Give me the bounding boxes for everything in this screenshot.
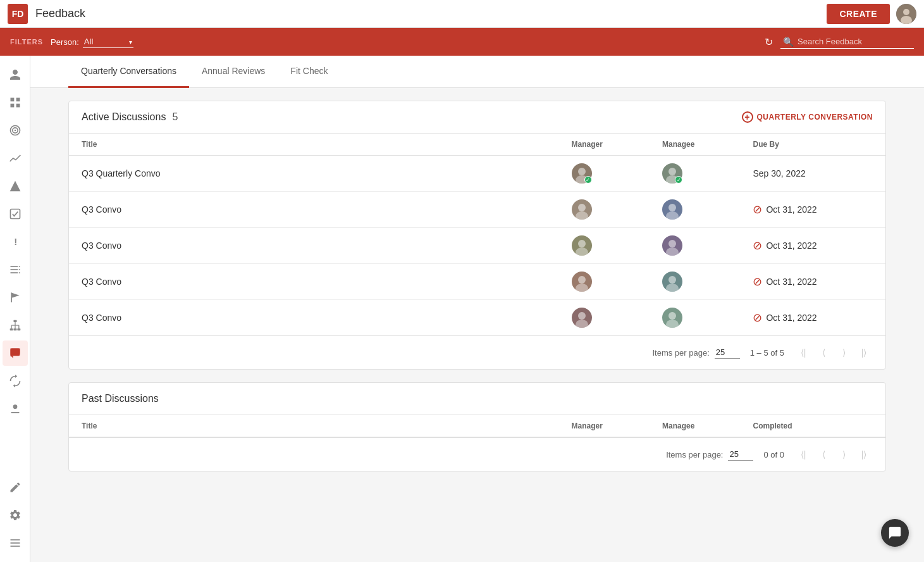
svg-text:!: ! — [14, 236, 17, 247]
svg-point-50 — [668, 312, 676, 320]
table-row[interactable]: Q3 Convo ⊘Oct 31, 2022 — [69, 300, 885, 336]
sidebar-item-cycle[interactable] — [3, 368, 28, 394]
svg-point-1 — [903, 9, 909, 15]
row-due-date: ⊘Oct 31, 2022 — [740, 192, 885, 228]
svg-rect-17 — [9, 328, 13, 330]
svg-point-41 — [576, 247, 588, 256]
avatar — [572, 199, 592, 220]
first-page-button[interactable]: ⟨| — [794, 344, 812, 361]
row-managee — [650, 228, 740, 264]
avatar: ✓ — [572, 163, 592, 184]
past-page-nav: ⟨| ⟨ ⟩ |⟩ — [794, 446, 873, 463]
svg-point-32 — [578, 168, 586, 175]
last-page-button[interactable]: |⟩ — [855, 344, 873, 361]
past-items-per-page-label: Items per page: — [666, 450, 723, 459]
chat-button[interactable] — [881, 519, 909, 547]
row-manager — [559, 228, 650, 264]
row-managee: ✓ — [650, 156, 740, 192]
past-col-header-managee: Managee — [650, 415, 740, 437]
past-first-page-button[interactable]: ⟨| — [794, 446, 812, 463]
svg-rect-9 — [10, 266, 18, 267]
person-label: Person: — [51, 37, 79, 47]
past-col-header-title: Title — [69, 415, 559, 437]
items-per-page-group: Items per page: 25 50 100 — [652, 346, 739, 359]
row-due-date: ⊘Oct 31, 2022 — [740, 264, 885, 300]
sidebar-item-flag[interactable] — [3, 285, 28, 310]
person-select-wrapper: All ▾ — [83, 35, 133, 48]
sidebar-item-settings[interactable] — [3, 503, 28, 528]
create-button[interactable]: CREATE — [827, 4, 890, 24]
table-row[interactable]: Q3 Convo ⊘Oct 31, 2022 — [69, 228, 885, 264]
sidebar-item-edit[interactable] — [3, 475, 28, 500]
svg-rect-12 — [18, 266, 20, 267]
person-select[interactable]: All — [83, 35, 133, 48]
col-header-managee: Managee — [650, 134, 740, 156]
sidebar-item-feedback[interactable] — [3, 340, 28, 366]
filters-label: FILTERS — [10, 38, 43, 46]
next-page-button[interactable]: ⟩ — [835, 344, 853, 361]
svg-rect-10 — [10, 269, 18, 270]
overdue-icon: ⊘ — [753, 239, 762, 253]
sidebar: ! — [0, 56, 30, 562]
svg-point-39 — [666, 211, 679, 220]
past-per-page-select[interactable]: 25 50 100 — [728, 448, 753, 461]
row-title: Q3 Convo — [69, 300, 559, 336]
svg-point-48 — [578, 312, 586, 320]
row-manager — [559, 300, 650, 336]
sidebar-item-grid[interactable] — [3, 90, 28, 115]
per-page-select[interactable]: 25 50 100 — [715, 346, 740, 359]
row-manager — [559, 192, 650, 228]
plus-circle-icon: + — [742, 111, 753, 123]
past-discussions-pagination: Items per page: 25 50 100 0 of 0 ⟨| ⟨ — [69, 437, 885, 471]
active-page-info: 1 – 5 of 5 — [750, 348, 784, 358]
col-header-due-by: Due By — [740, 134, 885, 156]
svg-rect-13 — [18, 269, 20, 270]
sidebar-item-mountain[interactable] — [3, 173, 28, 199]
table-row[interactable]: Q3 Convo ⊘Oct 31, 2022 — [69, 192, 885, 228]
avatar — [662, 199, 682, 220]
col-header-title: Title — [69, 134, 559, 156]
add-quarterly-conversation-button[interactable]: + QUARTERLY CONVERSATION — [742, 111, 873, 123]
sidebar-item-chart[interactable] — [3, 146, 28, 171]
svg-point-47 — [666, 284, 679, 292]
svg-point-40 — [578, 240, 586, 247]
sidebar-item-org[interactable] — [3, 313, 28, 338]
row-managee — [650, 264, 740, 300]
row-title: Q3 Convo — [69, 228, 559, 264]
sidebar-item-people[interactable] — [3, 62, 28, 87]
active-page-nav: ⟨| ⟨ ⟩ |⟩ — [794, 344, 873, 361]
sidebar-item-menu[interactable] — [3, 530, 28, 556]
past-discussions-table: Title Manager Managee Completed — [69, 415, 885, 437]
user-avatar[interactable] — [896, 4, 916, 24]
past-last-page-button[interactable]: |⟩ — [855, 446, 873, 463]
avatar — [662, 272, 682, 292]
past-page-info: 0 of 0 — [763, 450, 784, 459]
past-prev-page-button[interactable]: ⟨ — [815, 446, 832, 463]
table-row[interactable]: Q3 Convo ⊘Oct 31, 2022 — [69, 264, 885, 300]
past-col-header-manager: Manager — [559, 415, 650, 437]
sidebar-item-alert[interactable]: ! — [3, 229, 28, 254]
row-due-date: Sep 30, 2022 — [740, 156, 885, 192]
active-discussions-pagination: Items per page: 25 50 100 1 – 5 of 5 ⟨| — [69, 335, 885, 369]
past-next-page-button[interactable]: ⟩ — [835, 446, 853, 463]
sidebar-item-target[interactable] — [3, 118, 28, 143]
table-row[interactable]: Q3 Quarterly Convo ✓ ✓Sep 30, 2022 — [69, 156, 885, 192]
add-quarterly-label: QUARTERLY CONVERSATION — [757, 113, 873, 122]
content-body: Active Discussions 5 + QUARTERLY CONVERS… — [30, 88, 924, 497]
top-header: FD Feedback CREATE — [0, 0, 924, 28]
refresh-icon[interactable]: ↻ — [765, 36, 773, 48]
prev-page-button[interactable]: ⟨ — [815, 344, 832, 361]
sidebar-item-profile[interactable] — [3, 396, 28, 422]
sidebar-item-check[interactable] — [3, 201, 28, 227]
row-manager: ✓ — [559, 156, 650, 192]
filter-bar: FILTERS Person: All ▾ ↻ 🔍 — [0, 28, 924, 56]
sidebar-item-list[interactable] — [3, 257, 28, 282]
svg-rect-7 — [10, 209, 20, 219]
overdue-icon: ⊘ — [753, 311, 762, 325]
tab-fit-check[interactable]: Fit Check — [278, 56, 340, 88]
tab-quarterly-conversations[interactable]: Quarterly Conversations — [68, 56, 189, 88]
row-manager — [559, 264, 650, 300]
search-input[interactable] — [798, 37, 911, 46]
tab-annual-reviews[interactable]: Annual Reviews — [189, 56, 278, 88]
svg-point-5 — [14, 130, 16, 132]
